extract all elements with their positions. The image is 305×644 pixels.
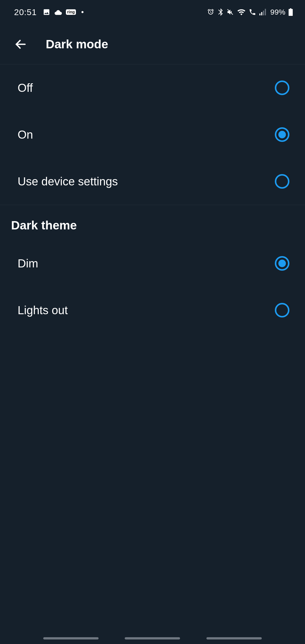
- svg-rect-0: [259, 14, 260, 15]
- status-left: 20:51 ring: [14, 7, 83, 17]
- wifi-calling-icon: [249, 8, 256, 16]
- radio-button[interactable]: [275, 174, 289, 189]
- svg-rect-2: [263, 11, 264, 15]
- nav-handle-home[interactable]: [125, 637, 180, 639]
- signal-icon: [259, 9, 267, 15]
- dark-theme-options: Dim Lights out: [0, 240, 305, 334]
- section-header-dark-theme: Dark theme: [0, 205, 305, 240]
- option-label: Off: [18, 81, 33, 95]
- dark-mode-options: Off On Use device settings: [0, 64, 305, 205]
- radio-button[interactable]: [275, 80, 289, 95]
- notification-dot-icon: [81, 11, 83, 13]
- wifi-icon: [237, 9, 246, 15]
- svg-rect-1: [261, 12, 262, 15]
- option-row-lights-out[interactable]: Lights out: [0, 287, 305, 334]
- status-bar: 20:51 ring: [0, 0, 305, 24]
- nav-handle-recents[interactable]: [43, 637, 99, 639]
- option-row-off[interactable]: Off: [0, 64, 305, 111]
- svg-rect-3: [265, 9, 266, 15]
- battery-icon: [288, 8, 293, 16]
- ring-app-icon: ring: [66, 9, 76, 15]
- mute-icon: [227, 8, 234, 16]
- option-row-on[interactable]: On: [0, 111, 305, 158]
- back-arrow-icon: [14, 38, 27, 51]
- option-label: Use device settings: [18, 175, 118, 188]
- radio-button[interactable]: [275, 303, 289, 317]
- option-label: On: [18, 128, 33, 141]
- bluetooth-icon: [217, 8, 224, 16]
- option-row-dim[interactable]: Dim: [0, 240, 305, 287]
- option-label: Lights out: [18, 303, 68, 317]
- nav-handle-back[interactable]: [206, 637, 262, 639]
- app-header: Dark mode: [0, 24, 305, 64]
- navigation-gesture-bar: [0, 637, 305, 639]
- status-right: 99%: [207, 8, 293, 16]
- option-label: Dim: [18, 257, 38, 270]
- option-row-device-settings[interactable]: Use device settings: [0, 158, 305, 205]
- radio-button[interactable]: [275, 256, 289, 271]
- cloud-icon: [54, 9, 62, 15]
- alarm-icon: [207, 8, 214, 16]
- page-title: Dark mode: [46, 37, 108, 51]
- image-icon: [43, 8, 50, 16]
- battery-percentage: 99%: [270, 8, 285, 16]
- status-time: 20:51: [14, 7, 37, 17]
- back-button[interactable]: [11, 35, 30, 54]
- radio-button[interactable]: [275, 127, 289, 142]
